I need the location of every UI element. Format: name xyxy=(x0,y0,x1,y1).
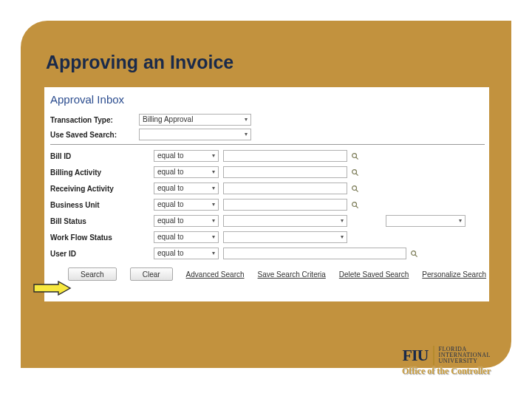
business-unit-input[interactable] xyxy=(223,199,347,211)
divider xyxy=(50,144,485,145)
bill-id-operator[interactable]: equal to▾ xyxy=(154,150,219,162)
save-criteria-link[interactable]: Save Search Criteria xyxy=(258,270,326,279)
business-unit-label: Business Unit xyxy=(50,201,154,209)
svg-marker-10 xyxy=(34,282,70,295)
bill-status-label: Bill Status xyxy=(50,217,154,225)
transaction-type-value: Billing Approval xyxy=(143,115,193,125)
workflow-status-label: Work Flow Status xyxy=(50,233,154,242)
chevron-down-icon: ▾ xyxy=(212,232,215,242)
bill-status-operator[interactable]: equal to▾ xyxy=(154,215,219,227)
bill-status-extra-select[interactable]: ▾ xyxy=(386,215,466,227)
bill-id-input[interactable] xyxy=(223,150,347,162)
clear-button[interactable]: Clear xyxy=(130,267,173,281)
svg-line-1 xyxy=(355,157,358,159)
billing-activity-input[interactable] xyxy=(223,166,347,178)
chevron-down-icon: ▾ xyxy=(212,167,215,177)
saved-search-select[interactable]: ▾ xyxy=(139,129,251,140)
billing-activity-operator[interactable]: equal to▾ xyxy=(154,166,219,178)
svg-point-4 xyxy=(352,185,356,190)
user-id-operator[interactable]: equal to▾ xyxy=(154,248,219,259)
chevron-down-icon: ▾ xyxy=(212,216,215,226)
lookup-icon[interactable] xyxy=(350,184,359,193)
delete-saved-link[interactable]: Delete Saved Search xyxy=(339,270,409,279)
fiu-full-name: FLORIDA INTERNATIONAL UNIVERSITY xyxy=(439,347,491,364)
chevron-down-icon: ▾ xyxy=(341,216,344,226)
receiving-activity-input[interactable] xyxy=(223,183,347,194)
user-id-label: User ID xyxy=(50,250,154,258)
bill-id-label: Bill ID xyxy=(50,152,154,160)
workflow-status-select[interactable]: ▾ xyxy=(223,231,347,243)
chevron-down-icon: ▾ xyxy=(212,200,215,210)
bill-status-select[interactable]: ▾ xyxy=(223,215,347,227)
fiu-mark: FIU xyxy=(403,346,429,365)
business-unit-operator[interactable]: equal to▾ xyxy=(154,199,219,211)
lookup-icon[interactable] xyxy=(350,151,359,160)
page-heading: Approval Inbox xyxy=(50,93,485,106)
billing-activity-label: Billing Activity xyxy=(50,168,154,177)
chevron-down-icon: ▾ xyxy=(212,151,215,161)
transaction-type-select[interactable]: Billing Approval ▾ xyxy=(139,114,251,126)
svg-point-0 xyxy=(352,153,356,157)
transaction-type-label: Transaction Type: xyxy=(50,116,139,124)
personalize-link[interactable]: Personalize Search xyxy=(422,270,486,279)
arrow-callout-icon xyxy=(33,281,72,296)
chevron-down-icon: ▾ xyxy=(459,216,462,226)
saved-search-label: Use Saved Search: xyxy=(50,131,139,139)
svg-point-2 xyxy=(352,169,356,174)
office-name: Office of the Controller xyxy=(402,366,491,377)
user-id-input[interactable] xyxy=(223,248,406,259)
chevron-down-icon: ▾ xyxy=(245,115,248,125)
approval-inbox-panel: Approval Inbox Transaction Type: Billing… xyxy=(44,87,489,301)
svg-line-9 xyxy=(415,254,417,256)
lookup-icon[interactable] xyxy=(409,249,418,258)
button-bar: Search Clear Advanced Search Save Search… xyxy=(68,267,485,281)
chevron-down-icon: ▾ xyxy=(212,248,215,259)
workflow-status-operator[interactable]: equal to▾ xyxy=(154,231,219,243)
svg-point-8 xyxy=(411,250,415,255)
chevron-down-icon: ▾ xyxy=(212,183,215,194)
advanced-search-link[interactable]: Advanced Search xyxy=(186,270,245,279)
chevron-down-icon: ▾ xyxy=(245,129,248,140)
logo-divider xyxy=(433,346,434,365)
lookup-icon[interactable] xyxy=(350,200,359,209)
fiu-logo: FIU FLORIDA INTERNATIONAL UNIVERSITY xyxy=(403,346,491,365)
svg-line-3 xyxy=(355,173,358,175)
lookup-icon[interactable] xyxy=(350,168,359,177)
chevron-down-icon: ▾ xyxy=(341,232,344,242)
receiving-activity-label: Receiving Activity xyxy=(50,185,154,193)
svg-line-5 xyxy=(355,189,358,191)
receiving-activity-operator[interactable]: equal to▾ xyxy=(154,183,219,194)
search-button[interactable]: Search xyxy=(68,267,117,281)
svg-point-6 xyxy=(352,202,356,206)
svg-line-7 xyxy=(355,205,358,208)
slide-title: Approving an Invoice xyxy=(46,52,233,73)
